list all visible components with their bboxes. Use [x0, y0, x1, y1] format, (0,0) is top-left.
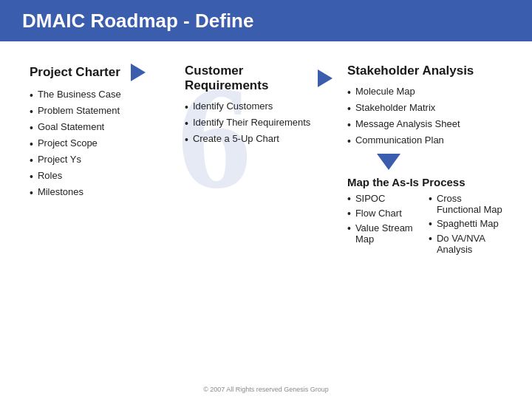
content-wrapper: Project Charter The Business Case Proble…: [22, 64, 510, 255]
list-item: Identify Their Requirements: [185, 117, 332, 129]
list-item: Roles: [30, 170, 170, 183]
footer: © 2007 All Rights reserved Genesis Group: [203, 386, 329, 393]
list-item: Identify Customers: [185, 100, 332, 113]
list-item: Spaghetti Map: [429, 218, 502, 230]
map-section-list: SIPOC Flow Chart Value Stream Map Cross …: [347, 193, 502, 255]
list-item: Project Scope: [30, 137, 170, 150]
right-section: Stakeholder Analysis Molecule Map Stakeh…: [347, 64, 502, 255]
columns-row: Project Charter The Business Case Proble…: [22, 64, 510, 255]
list-item: Milestones: [30, 186, 170, 199]
project-charter-title: Project Charter: [30, 64, 170, 81]
project-charter-label: Project Charter: [30, 65, 120, 80]
list-item: The Business Case: [30, 89, 170, 101]
stakeholder-analysis-title: Stakeholder Analysis: [347, 64, 502, 78]
main-content: 6 Project Charter The Business Case Prob…: [0, 41, 532, 262]
stakeholder-analysis-list: Molecule Map Stakeholder Matrix Message …: [347, 86, 502, 151]
map-section: Map the As-Is Process SIPOC Flow Chart V…: [347, 176, 502, 255]
project-charter-arrow: [131, 64, 146, 81]
page-title: DMAIC Roadmap - Define: [22, 10, 253, 33]
customer-requirements-arrow: [318, 69, 332, 87]
list-item: Communication Plan: [347, 134, 502, 147]
list-item: Message Analysis Sheet: [347, 118, 502, 131]
list-item: Do VA/NVA Analysis: [429, 233, 502, 255]
customer-requirements-list: Identify Customers Identify Their Requir…: [185, 100, 332, 146]
map-section-title: Map the As-Is Process: [347, 176, 502, 188]
customer-requirements-column: Customer Requirements Identify Customers…: [177, 64, 340, 149]
list-item: Molecule Map: [347, 86, 502, 98]
down-arrow-icon: [377, 154, 400, 170]
list-item: Project Ys: [30, 154, 170, 166]
list-item: Value Stream Map: [347, 222, 421, 245]
stakeholder-analysis-column: Stakeholder Analysis Molecule Map Stakeh…: [340, 64, 510, 255]
customer-requirements-label: Customer Requirements: [185, 64, 307, 93]
list-item: SIPOC: [347, 193, 421, 205]
list-item: Create a 5-Up Chart: [185, 133, 332, 146]
customer-requirements-title: Customer Requirements: [185, 64, 332, 93]
list-item: Goal Statement: [30, 121, 170, 134]
header: DMAIC Roadmap - Define: [0, 0, 532, 41]
stakeholder-down-arrow-container: [347, 154, 502, 170]
list-item: Stakeholder Matrix: [347, 102, 502, 115]
list-item: Problem Statement: [30, 105, 170, 117]
stakeholder-analysis-label: Stakeholder Analysis: [347, 64, 474, 78]
list-item: Flow Chart: [347, 208, 421, 219]
list-item: Cross Functional Map: [429, 193, 502, 215]
project-charter-column: Project Charter The Business Case Proble…: [22, 64, 177, 202]
project-charter-list: The Business Case Problem Statement Goal…: [30, 89, 170, 199]
